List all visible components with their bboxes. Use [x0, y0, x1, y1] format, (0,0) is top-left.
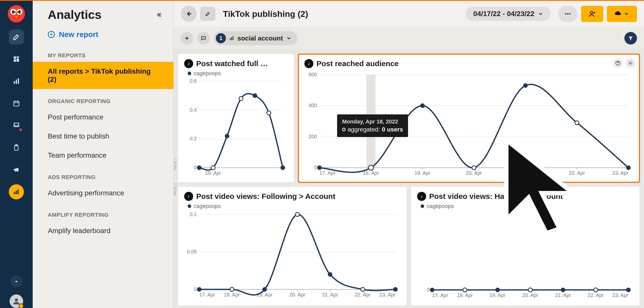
svg-point-97 [262, 287, 267, 292]
svg-rect-9 [14, 81, 15, 84]
svg-point-121 [528, 288, 532, 292]
sidebar: Analytics + New report MY REPORTS All re… [33, 1, 174, 308]
add-widget-button[interactable] [181, 32, 193, 45]
card-help-button[interactable] [613, 58, 623, 68]
back-button[interactable] [181, 6, 197, 22]
svg-rect-23 [230, 38, 231, 40]
svg-rect-10 [16, 79, 17, 84]
svg-point-0 [8, 5, 25, 22]
svg-point-73 [575, 121, 579, 125]
daterange-picker[interactable]: 04/17/22 - 04/23/22 [466, 7, 551, 21]
app-logo[interactable] [8, 5, 25, 22]
svg-rect-25 [233, 36, 233, 40]
sidebar-item-ad-performance[interactable]: Advertising performance [33, 184, 173, 203]
sidebar-collapse-button[interactable] [154, 10, 164, 20]
svg-text:20. Apr: 20. Apr [522, 292, 538, 298]
edit-title-button[interactable] [200, 7, 215, 21]
legend-dot-icon [188, 204, 191, 208]
notification-dot-icon [19, 128, 22, 131]
svg-point-100 [361, 287, 365, 291]
nav-clipboard[interactable] [9, 140, 24, 155]
sidebar-item-best-time[interactable]: Best time to publish [33, 127, 173, 146]
export-button[interactable] [607, 6, 637, 22]
card-video-views-following[interactable]: ♪ Post video views: Following > Account … [178, 187, 407, 305]
section-my-reports: MY REPORTS [33, 43, 173, 62]
svg-point-98 [295, 212, 299, 216]
nav-calendar[interactable] [9, 96, 24, 111]
main: TikTok publishing (2) 04/17/22 - 04/23/2… [174, 1, 644, 308]
svg-point-72 [523, 83, 528, 88]
svg-text:21. Apr: 21. Apr [555, 292, 571, 298]
new-report-button[interactable]: + New report [33, 26, 173, 43]
more-menu-button[interactable] [558, 6, 578, 22]
svg-point-119 [463, 288, 467, 292]
svg-point-36 [197, 165, 202, 170]
chart-following: 00.050.117. Apr18. Apr19. Apr20. Apr21. … [184, 211, 400, 300]
section-amplify: AMPLIFY REPORTING [33, 203, 173, 221]
user-avatar[interactable] [10, 294, 23, 308]
section-organic: ORGANIC REPORTING [33, 89, 173, 108]
app-rail [0, 1, 33, 308]
nav-inbox[interactable] [9, 118, 24, 133]
svg-text:19. Apr: 19. Apr [257, 292, 273, 297]
tiktok-icon: ♪ [304, 59, 313, 68]
account-count: 1 [216, 33, 226, 43]
svg-text:0.1: 0.1 [190, 211, 197, 217]
sidebar-item-team-performance[interactable]: Team performance [33, 146, 173, 165]
svg-text:0.4: 0.4 [190, 107, 197, 113]
tooltip-metric: aggregated: [348, 126, 380, 133]
nav-analytics[interactable] [9, 184, 24, 199]
svg-text:0: 0 [314, 165, 317, 170]
sidebar-item-post-performance[interactable]: Post performance [33, 108, 173, 127]
nav-insights[interactable] [9, 74, 24, 89]
svg-text:18. Apr: 18. Apr [205, 170, 221, 176]
svg-point-37 [211, 166, 215, 170]
page-1-label: PAGE 1 [174, 158, 177, 170]
topbar: TikTok publishing (2) 04/17/22 - 04/23/2… [174, 1, 644, 27]
card-title: Post watched full … [196, 59, 268, 68]
legend-label: cagepoops [194, 203, 221, 209]
cursor-icon [377, 131, 644, 238]
card-post-reached-audience[interactable]: ♪ Post reached audience 020040060017. Ap… [298, 54, 639, 182]
account-label: social account [237, 34, 283, 42]
svg-text:20. Apr: 20. Apr [289, 292, 305, 297]
svg-text:19. Apr: 19. Apr [490, 292, 506, 298]
svg-point-38 [225, 134, 229, 138]
svg-text:0.6: 0.6 [190, 78, 197, 84]
card-post-watched-full[interactable]: ♪ Post watched full … cagepoops 00.20.40… [178, 54, 294, 182]
svg-text:18. Apr: 18. Apr [457, 292, 473, 298]
svg-text:23. Apr: 23. Apr [380, 292, 396, 297]
filter-button[interactable] [624, 32, 637, 45]
svg-rect-8 [14, 59, 16, 62]
chevron-down-icon [538, 11, 543, 17]
nav-megaphone[interactable] [9, 162, 24, 177]
svg-text:17. Apr: 17. Apr [199, 292, 215, 297]
svg-text:400: 400 [309, 103, 317, 108]
chevron-down-icon [624, 11, 629, 17]
chart-watched: 00.20.40.618. Apr [184, 78, 288, 178]
svg-point-101 [393, 287, 398, 292]
page-2-label: PAGE 2 [174, 183, 177, 195]
svg-rect-17 [18, 190, 19, 194]
svg-text:600: 600 [309, 72, 317, 77]
sidebar-item-all-reports[interactable]: All reports > TikTok publishing (2) [33, 62, 173, 89]
svg-point-120 [495, 288, 500, 292]
rail-expand-up[interactable] [10, 275, 22, 287]
svg-point-96 [230, 287, 234, 291]
sidebar-item-amplify-leaderboard[interactable]: Amplify leaderboard [33, 221, 173, 240]
subbar: 1 social account [174, 27, 644, 50]
legend-label: cagepoops [194, 70, 221, 77]
social-account-filter[interactable]: 1 social account [214, 31, 298, 45]
share-button[interactable] [581, 6, 603, 22]
svg-point-21 [569, 13, 571, 15]
svg-point-40 [253, 93, 257, 98]
page-title: TikTok publishing (2) [223, 9, 308, 19]
nav-dashboard[interactable] [9, 52, 24, 67]
comments-button[interactable] [197, 32, 210, 45]
nav-compose[interactable] [9, 29, 24, 45]
svg-text:0: 0 [194, 286, 197, 292]
card-settings-button[interactable] [625, 58, 635, 68]
svg-point-70 [420, 103, 425, 108]
svg-point-118 [430, 288, 434, 292]
svg-text:22. Apr: 22. Apr [355, 292, 371, 297]
